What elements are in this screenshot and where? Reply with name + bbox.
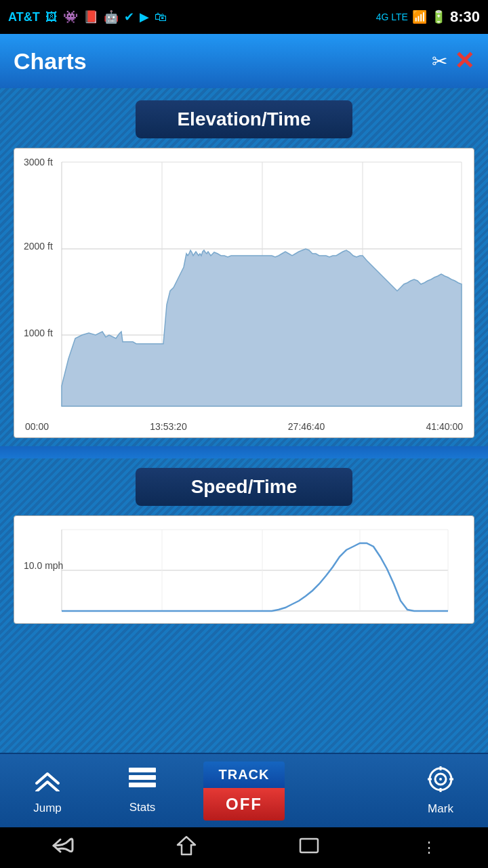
off-label: OFF bbox=[203, 788, 285, 821]
x-axis-labels: 00:00 13:53:20 27:46:40 41:40:00 bbox=[21, 421, 467, 432]
speed-chart-title: Speed/Time bbox=[136, 468, 352, 506]
signal-icon: 📶 bbox=[412, 9, 427, 24]
svg-marker-9 bbox=[62, 249, 462, 406]
nav-jump-label: Jump bbox=[33, 802, 62, 815]
android-icon: 🤖 bbox=[104, 9, 119, 24]
nav-mark[interactable]: Mark bbox=[400, 766, 481, 816]
x-label-3: 41:40:00 bbox=[426, 421, 463, 432]
nav-stats-label: Stats bbox=[129, 801, 156, 814]
nav-mark-label: Mark bbox=[428, 802, 453, 816]
speed-y-label: 10.0 mph bbox=[24, 560, 63, 571]
close-icon[interactable]: ✕ bbox=[454, 47, 474, 75]
status-bar: AT&T 🖼 👾 📕 🤖 ✔ ▶ 🛍 4G LTE 📶 🔋 8:30 bbox=[0, 0, 488, 34]
play-icon: ▶ bbox=[140, 9, 149, 24]
page-title: Charts bbox=[14, 48, 87, 75]
bible-icon: 📕 bbox=[83, 9, 98, 24]
battery-icon: 🔋 bbox=[431, 9, 446, 24]
mark-icon bbox=[428, 766, 453, 798]
track-label: TRACK bbox=[203, 762, 285, 788]
home-button[interactable] bbox=[176, 835, 197, 861]
stats-icon bbox=[129, 768, 156, 797]
carrier-label: AT&T bbox=[8, 10, 40, 24]
check-icon: ✔ bbox=[124, 9, 134, 24]
elevation-section: Elevation/Time 3000 ft 2000 ft 1000 ft bbox=[0, 88, 488, 446]
section-divider bbox=[0, 446, 488, 458]
time-label: 8:30 bbox=[450, 8, 480, 26]
svg-rect-32 bbox=[300, 839, 318, 852]
elevation-chart-title: Elevation/Time bbox=[136, 100, 352, 138]
y-label-3000: 3000 ft bbox=[24, 157, 53, 167]
app-bar-actions: ✂ ✕ bbox=[432, 47, 474, 75]
y-label-1000: 1000 ft bbox=[24, 328, 53, 338]
jump-icon bbox=[34, 767, 61, 797]
game-icon: 👾 bbox=[63, 9, 78, 24]
svg-rect-21 bbox=[133, 768, 142, 772]
x-label-0: 00:00 bbox=[25, 421, 49, 432]
back-button[interactable] bbox=[51, 837, 75, 859]
main-content: Elevation/Time 3000 ft 2000 ft 1000 ft bbox=[0, 88, 488, 753]
y-label-2000: 2000 ft bbox=[24, 241, 53, 252]
x-label-2: 27:46:40 bbox=[288, 421, 325, 432]
bottom-nav: Jump Stats TRACK OFF bbox=[0, 753, 488, 827]
svg-point-26 bbox=[439, 778, 442, 781]
nav-jump[interactable]: Jump bbox=[7, 767, 88, 815]
shop-icon: 🛍 bbox=[155, 10, 167, 24]
svg-marker-31 bbox=[178, 837, 195, 854]
pin-icon[interactable]: ✂ bbox=[432, 50, 447, 73]
photo-icon: 🖼 bbox=[45, 10, 58, 24]
status-right: 4G LTE 📶 🔋 8:30 bbox=[376, 8, 480, 26]
status-left: AT&T 🖼 👾 📕 🤖 ✔ ▶ 🛍 bbox=[8, 9, 167, 24]
elevation-chart-svg bbox=[21, 155, 468, 420]
x-label-1: 13:53:20 bbox=[150, 421, 187, 432]
system-nav: ⋮ bbox=[0, 827, 488, 868]
elevation-chart-container: 3000 ft 2000 ft 1000 ft bbox=[14, 148, 474, 438]
speed-chart-svg bbox=[21, 523, 455, 624]
speed-section: Speed/Time 10.0 mph bbox=[0, 458, 488, 632]
svg-rect-22 bbox=[133, 775, 142, 780]
recents-button[interactable] bbox=[298, 836, 321, 860]
network-label: 4G LTE bbox=[376, 12, 408, 22]
svg-rect-23 bbox=[133, 783, 142, 787]
track-off-button[interactable]: TRACK OFF bbox=[197, 762, 291, 821]
app-bar: Charts ✂ ✕ bbox=[0, 34, 488, 88]
nav-stats[interactable]: Stats bbox=[102, 768, 183, 814]
speed-chart-container: 10.0 mph bbox=[14, 515, 474, 624]
menu-button[interactable]: ⋮ bbox=[422, 839, 438, 856]
